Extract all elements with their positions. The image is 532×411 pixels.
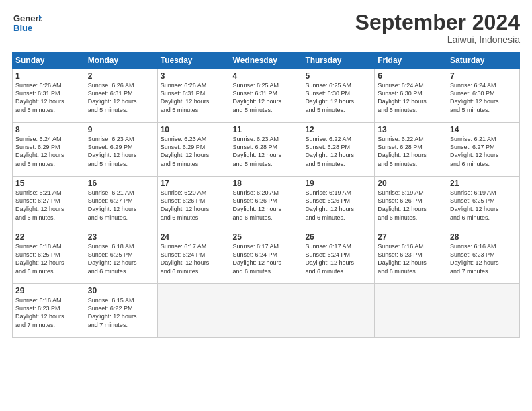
table-row xyxy=(447,284,520,338)
calendar-week-row: 29Sunrise: 6:16 AM Sunset: 6:23 PM Dayli… xyxy=(13,284,520,338)
day-number: 30 xyxy=(88,286,154,295)
col-thursday: Thursday xyxy=(302,52,375,69)
table-row: 3Sunrise: 6:26 AM Sunset: 6:31 PM Daylig… xyxy=(157,69,230,123)
logo: General Blue xyxy=(12,11,42,35)
table-row: 4Sunrise: 6:25 AM Sunset: 6:31 PM Daylig… xyxy=(230,69,302,123)
day-number: 3 xyxy=(161,71,227,81)
day-info: Sunrise: 6:21 AM Sunset: 6:27 PM Dayligh… xyxy=(88,189,154,222)
col-sunday: Sunday xyxy=(13,52,85,69)
day-number: 24 xyxy=(161,232,227,242)
table-row: 18Sunrise: 6:20 AM Sunset: 6:26 PM Dayli… xyxy=(230,177,302,230)
col-wednesday: Wednesday xyxy=(230,52,302,69)
table-row: 5Sunrise: 6:25 AM Sunset: 6:30 PM Daylig… xyxy=(302,69,375,123)
day-info: Sunrise: 6:22 AM Sunset: 6:28 PM Dayligh… xyxy=(305,135,371,168)
table-row: 7Sunrise: 6:24 AM Sunset: 6:30 PM Daylig… xyxy=(447,69,520,123)
subtitle: Laiwui, Indonesia xyxy=(355,34,520,45)
day-info: Sunrise: 6:15 AM Sunset: 6:22 PM Dayligh… xyxy=(88,296,154,329)
day-number: 23 xyxy=(88,232,154,242)
table-row: 10Sunrise: 6:23 AM Sunset: 6:29 PM Dayli… xyxy=(157,123,230,177)
table-row xyxy=(230,284,302,338)
table-row: 16Sunrise: 6:21 AM Sunset: 6:27 PM Dayli… xyxy=(85,177,157,230)
day-number: 13 xyxy=(378,125,444,134)
logo-svg: General Blue xyxy=(12,11,42,35)
day-info: Sunrise: 6:24 AM Sunset: 6:29 PM Dayligh… xyxy=(15,135,82,168)
day-number: 11 xyxy=(233,125,300,134)
day-number: 20 xyxy=(378,179,444,188)
day-info: Sunrise: 6:26 AM Sunset: 6:31 PM Dayligh… xyxy=(88,81,154,114)
day-info: Sunrise: 6:18 AM Sunset: 6:25 PM Dayligh… xyxy=(15,242,82,275)
day-info: Sunrise: 6:17 AM Sunset: 6:24 PM Dayligh… xyxy=(161,242,227,275)
day-info: Sunrise: 6:19 AM Sunset: 6:26 PM Dayligh… xyxy=(378,189,444,222)
day-info: Sunrise: 6:24 AM Sunset: 6:30 PM Dayligh… xyxy=(378,81,444,114)
month-title: September 2024 xyxy=(355,11,520,34)
table-row: 30Sunrise: 6:15 AM Sunset: 6:22 PM Dayli… xyxy=(85,284,157,338)
table-row: 29Sunrise: 6:16 AM Sunset: 6:23 PM Dayli… xyxy=(13,284,85,338)
table-row: 6Sunrise: 6:24 AM Sunset: 6:30 PM Daylig… xyxy=(375,69,447,123)
table-row: 27Sunrise: 6:16 AM Sunset: 6:23 PM Dayli… xyxy=(375,230,447,284)
table-row: 26Sunrise: 6:17 AM Sunset: 6:24 PM Dayli… xyxy=(302,230,375,284)
day-info: Sunrise: 6:18 AM Sunset: 6:25 PM Dayligh… xyxy=(88,242,154,275)
day-number: 21 xyxy=(450,179,517,188)
day-number: 17 xyxy=(161,179,227,188)
table-row: 17Sunrise: 6:20 AM Sunset: 6:26 PM Dayli… xyxy=(157,177,230,230)
table-row: 8Sunrise: 6:24 AM Sunset: 6:29 PM Daylig… xyxy=(13,123,85,177)
calendar-week-row: 15Sunrise: 6:21 AM Sunset: 6:27 PM Dayli… xyxy=(13,177,520,230)
day-number: 26 xyxy=(305,232,371,242)
day-info: Sunrise: 6:26 AM Sunset: 6:31 PM Dayligh… xyxy=(161,81,227,114)
day-info: Sunrise: 6:17 AM Sunset: 6:24 PM Dayligh… xyxy=(305,242,371,275)
day-info: Sunrise: 6:16 AM Sunset: 6:23 PM Dayligh… xyxy=(450,242,517,275)
day-number: 28 xyxy=(450,232,517,242)
svg-text:Blue: Blue xyxy=(13,23,32,33)
day-number: 16 xyxy=(88,179,154,188)
day-info: Sunrise: 6:19 AM Sunset: 6:25 PM Dayligh… xyxy=(450,189,517,222)
day-info: Sunrise: 6:26 AM Sunset: 6:31 PM Dayligh… xyxy=(15,81,82,114)
day-info: Sunrise: 6:16 AM Sunset: 6:23 PM Dayligh… xyxy=(15,296,82,329)
day-number: 5 xyxy=(305,71,371,81)
day-info: Sunrise: 6:24 AM Sunset: 6:30 PM Dayligh… xyxy=(450,81,517,114)
table-row: 20Sunrise: 6:19 AM Sunset: 6:26 PM Dayli… xyxy=(375,177,447,230)
calendar-header-row: Sunday Monday Tuesday Wednesday Thursday… xyxy=(13,52,520,69)
col-friday: Friday xyxy=(375,52,447,69)
day-info: Sunrise: 6:21 AM Sunset: 6:27 PM Dayligh… xyxy=(15,189,82,222)
day-info: Sunrise: 6:23 AM Sunset: 6:29 PM Dayligh… xyxy=(88,135,154,168)
day-number: 6 xyxy=(378,71,444,81)
day-number: 19 xyxy=(305,179,371,188)
col-saturday: Saturday xyxy=(447,52,520,69)
calendar-body: 1Sunrise: 6:26 AM Sunset: 6:31 PM Daylig… xyxy=(13,69,520,338)
day-number: 29 xyxy=(15,286,82,295)
table-row: 28Sunrise: 6:16 AM Sunset: 6:23 PM Dayli… xyxy=(447,230,520,284)
table-row xyxy=(375,284,447,338)
day-info: Sunrise: 6:23 AM Sunset: 6:28 PM Dayligh… xyxy=(233,135,300,168)
calendar-table: Sunday Monday Tuesday Wednesday Thursday… xyxy=(12,52,520,338)
table-row: 9Sunrise: 6:23 AM Sunset: 6:29 PM Daylig… xyxy=(85,123,157,177)
calendar-week-row: 1Sunrise: 6:26 AM Sunset: 6:31 PM Daylig… xyxy=(13,69,520,123)
day-number: 9 xyxy=(88,125,154,134)
table-row: 19Sunrise: 6:19 AM Sunset: 6:26 PM Dayli… xyxy=(302,177,375,230)
table-row: 2Sunrise: 6:26 AM Sunset: 6:31 PM Daylig… xyxy=(85,69,157,123)
calendar-week-row: 8Sunrise: 6:24 AM Sunset: 6:29 PM Daylig… xyxy=(13,123,520,177)
table-row: 15Sunrise: 6:21 AM Sunset: 6:27 PM Dayli… xyxy=(13,177,85,230)
day-number: 8 xyxy=(15,125,82,134)
day-info: Sunrise: 6:21 AM Sunset: 6:27 PM Dayligh… xyxy=(450,135,517,168)
day-number: 27 xyxy=(378,232,444,242)
day-number: 4 xyxy=(233,71,300,81)
table-row: 22Sunrise: 6:18 AM Sunset: 6:25 PM Dayli… xyxy=(13,230,85,284)
day-number: 10 xyxy=(161,125,227,134)
day-number: 18 xyxy=(233,179,300,188)
day-info: Sunrise: 6:22 AM Sunset: 6:28 PM Dayligh… xyxy=(378,135,444,168)
calendar-week-row: 22Sunrise: 6:18 AM Sunset: 6:25 PM Dayli… xyxy=(13,230,520,284)
table-row xyxy=(302,284,375,338)
table-row: 12Sunrise: 6:22 AM Sunset: 6:28 PM Dayli… xyxy=(302,123,375,177)
table-row: 21Sunrise: 6:19 AM Sunset: 6:25 PM Dayli… xyxy=(447,177,520,230)
col-monday: Monday xyxy=(85,52,157,69)
day-info: Sunrise: 6:20 AM Sunset: 6:26 PM Dayligh… xyxy=(161,189,227,222)
table-row: 25Sunrise: 6:17 AM Sunset: 6:24 PM Dayli… xyxy=(230,230,302,284)
col-tuesday: Tuesday xyxy=(157,52,230,69)
day-number: 12 xyxy=(305,125,371,134)
day-info: Sunrise: 6:20 AM Sunset: 6:26 PM Dayligh… xyxy=(233,189,300,222)
table-row: 14Sunrise: 6:21 AM Sunset: 6:27 PM Dayli… xyxy=(447,123,520,177)
table-row: 24Sunrise: 6:17 AM Sunset: 6:24 PM Dayli… xyxy=(157,230,230,284)
day-number: 1 xyxy=(15,71,82,81)
day-info: Sunrise: 6:25 AM Sunset: 6:30 PM Dayligh… xyxy=(305,81,371,114)
table-row xyxy=(157,284,230,338)
